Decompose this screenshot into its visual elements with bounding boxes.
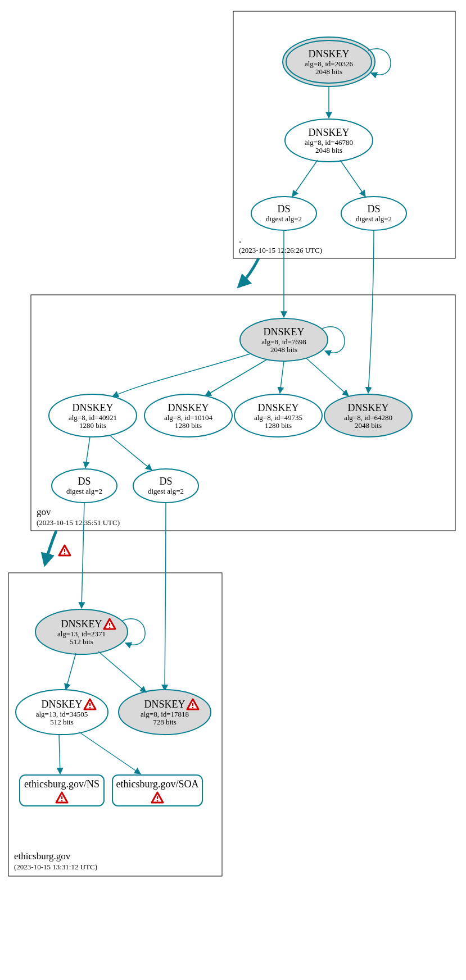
- svg-text:alg=13, id=34505: alg=13, id=34505: [36, 710, 88, 718]
- zone-leaf-time: (2023-10-15 13:31:12 UTC): [14, 863, 97, 871]
- dnssec-graph: . (2023-10-15 12:26:26 UTC) DNSKEY alg=8…: [0, 0, 466, 980]
- svg-text:alg=8, id=10104: alg=8, id=10104: [164, 413, 213, 422]
- node-root-ksk: DNSKEY alg=8, id=20326 2048 bits: [283, 37, 375, 86]
- zone-gov-name: gov: [37, 507, 51, 517]
- svg-text:alg=8, id=20326: alg=8, id=20326: [305, 60, 354, 68]
- svg-text:alg=8, id=46780: alg=8, id=46780: [305, 138, 353, 147]
- svg-text:2048 bits: 2048 bits: [315, 146, 342, 154]
- svg-text:DNSKEY: DNSKEY: [257, 402, 298, 413]
- svg-text:1280 bits: 1280 bits: [265, 421, 292, 430]
- zone-leaf-name: ethicsburg.gov: [14, 851, 71, 862]
- node-root-ds1: DS digest alg=2: [251, 197, 316, 230]
- svg-text:DNSKEY: DNSKEY: [41, 699, 82, 710]
- node-gov-ksk: DNSKEY alg=8, id=7698 2048 bits: [240, 318, 328, 361]
- svg-text:DNSKEY: DNSKEY: [168, 402, 209, 413]
- zone-gov-time: (2023-10-15 12:35:51 UTC): [37, 518, 120, 527]
- node-gov-ds1: DS digest alg=2: [52, 469, 117, 503]
- svg-text:DNSKEY: DNSKEY: [61, 618, 102, 630]
- node-gov-k4: DNSKEY alg=8, id=64280 2048 bits: [324, 394, 412, 437]
- svg-text:512 bits: 512 bits: [70, 637, 93, 646]
- warning-icon: [59, 545, 70, 555]
- svg-text:ethicsburg.gov/NS: ethicsburg.gov/NS: [24, 778, 99, 790]
- svg-text:digest alg=2: digest alg=2: [356, 215, 392, 223]
- svg-text:DNSKEY: DNSKEY: [263, 326, 304, 338]
- svg-text:DNSKEY: DNSKEY: [72, 402, 113, 413]
- zone-root-name: .: [239, 234, 241, 245]
- svg-text:digest alg=2: digest alg=2: [66, 487, 102, 495]
- svg-text:DS: DS: [78, 476, 91, 487]
- svg-text:alg=8, id=7698: alg=8, id=7698: [261, 338, 306, 346]
- svg-text:DS: DS: [159, 476, 172, 487]
- node-gov-k3: DNSKEY alg=8, id=49735 1280 bits: [234, 394, 322, 437]
- svg-text:alg=8, id=40921: alg=8, id=40921: [69, 413, 117, 422]
- svg-text:1280 bits: 1280 bits: [175, 421, 202, 430]
- svg-text:DS: DS: [277, 203, 290, 215]
- zone-root: . (2023-10-15 12:26:26 UTC) DNSKEY alg=8…: [233, 11, 455, 258]
- svg-text:512 bits: 512 bits: [50, 718, 74, 726]
- node-leaf-k2: DNSKEY alg=8, id=17818 728 bits: [119, 690, 211, 735]
- svg-text:DS: DS: [367, 203, 380, 215]
- node-root-zsk: DNSKEY alg=8, id=46780 2048 bits: [285, 119, 373, 162]
- svg-text:DNSKEY: DNSKEY: [144, 699, 185, 710]
- svg-text:ethicsburg.gov/SOA: ethicsburg.gov/SOA: [116, 778, 198, 790]
- svg-text:alg=8, id=49735: alg=8, id=49735: [254, 413, 302, 422]
- edge-root-to-gov: [239, 258, 259, 286]
- svg-text:alg=8, id=17818: alg=8, id=17818: [141, 710, 189, 718]
- node-gov-k2: DNSKEY alg=8, id=10104 1280 bits: [144, 394, 232, 437]
- node-leaf-ns: ethicsburg.gov/NS: [20, 775, 104, 806]
- svg-text:728 bits: 728 bits: [153, 718, 177, 726]
- svg-text:alg=13, id=2371: alg=13, id=2371: [57, 630, 106, 638]
- node-gov-k1: DNSKEY alg=8, id=40921 1280 bits: [49, 394, 137, 437]
- zone-leaf: ethicsburg.gov (2023-10-15 13:31:12 UTC)…: [8, 503, 222, 876]
- edge-gov-to-leaf: [45, 531, 56, 564]
- svg-text:2048 bits: 2048 bits: [355, 421, 382, 430]
- svg-text:DNSKEY: DNSKEY: [347, 402, 388, 413]
- svg-text:DNSKEY: DNSKEY: [308, 48, 349, 60]
- svg-text:1280 bits: 1280 bits: [79, 421, 106, 430]
- node-root-ds2: DS digest alg=2: [341, 197, 406, 230]
- node-leaf-zsk: DNSKEY alg=13, id=34505 512 bits: [16, 690, 108, 735]
- node-leaf-ksk: DNSKEY alg=13, id=2371 512 bits: [35, 609, 128, 654]
- svg-text:digest alg=2: digest alg=2: [266, 215, 302, 223]
- svg-text:2048 bits: 2048 bits: [315, 67, 342, 76]
- svg-text:DNSKEY: DNSKEY: [308, 127, 349, 138]
- node-gov-ds2: DS digest alg=2: [133, 469, 198, 503]
- node-leaf-soa: ethicsburg.gov/SOA: [112, 775, 202, 806]
- svg-text:digest alg=2: digest alg=2: [148, 487, 184, 495]
- svg-text:alg=8, id=64280: alg=8, id=64280: [344, 413, 392, 422]
- zone-root-time: (2023-10-15 12:26:26 UTC): [239, 246, 322, 254]
- svg-text:2048 bits: 2048 bits: [270, 345, 297, 354]
- zone-gov: gov (2023-10-15 12:35:51 UTC) DNSKEY alg…: [31, 230, 455, 531]
